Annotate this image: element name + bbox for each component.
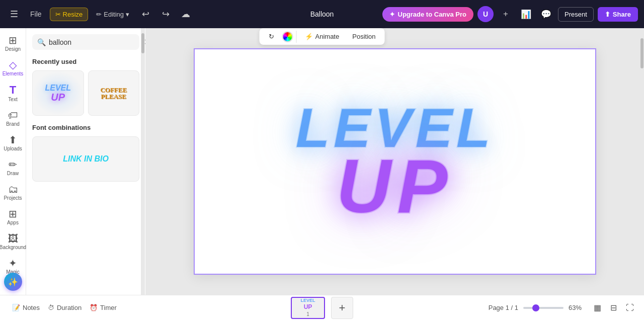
animate-button[interactable]: ⚡ Animate xyxy=(300,30,345,43)
search-panel: 🔍 ✕ Recently used LEVEL UP COFFEE PLEASE… xyxy=(26,28,146,320)
analytics-button[interactable]: 📊 xyxy=(518,6,534,22)
sidebar-label-elements: Elements xyxy=(3,71,24,76)
zoom-value: 63% xyxy=(569,304,587,311)
pencil-icon: ✏ xyxy=(96,11,102,18)
share-icon: ⬆ xyxy=(605,11,610,18)
zoom-slider[interactable] xyxy=(523,307,564,309)
sidebar-item-uploads[interactable]: ⬆ Uploads xyxy=(2,132,24,154)
notes-button[interactable]: 📝 Notes xyxy=(8,301,44,314)
sidebar-label-uploads: Uploads xyxy=(4,146,22,151)
canvas-area: LEVEL UP xyxy=(146,28,644,295)
duration-icon: ⏱ xyxy=(48,304,54,311)
search-icon: 🔍 xyxy=(37,38,46,46)
undo-icon: ↩ xyxy=(142,9,149,20)
vertical-scrollbar-thumb[interactable] xyxy=(640,38,643,68)
page-thumb-text1: LEVEL xyxy=(300,298,315,303)
menu-icon: ☰ xyxy=(10,9,18,20)
page-number: 1 xyxy=(306,311,309,317)
elements-icon: ◇ xyxy=(9,60,17,70)
panel-scrollbar-thumb[interactable] xyxy=(141,33,144,53)
recently-used-title: Recently used xyxy=(32,58,139,65)
sidebar-label-brand: Brand xyxy=(6,121,20,127)
canvas-text-level: LEVEL xyxy=(296,103,495,152)
refresh-button[interactable]: ↻ xyxy=(264,30,279,43)
timer-icon: ⏰ xyxy=(90,304,98,311)
font-thumb-text: LINK IN BIO xyxy=(63,154,109,164)
sparkle-icon: ✦ xyxy=(389,11,395,18)
redo-button[interactable]: ↪ xyxy=(157,6,174,22)
color-wheel[interactable] xyxy=(282,31,293,42)
search-input[interactable] xyxy=(49,38,137,46)
sidebar-label-design: Design xyxy=(5,46,21,52)
thumb1-text1: LEVEL xyxy=(45,84,71,92)
thumb2-text2: PLEASE xyxy=(101,93,126,100)
sidebar-label-draw: Draw xyxy=(7,171,19,176)
avatar[interactable]: U xyxy=(477,6,494,22)
magic-ball-icon: ✨ xyxy=(8,277,18,287)
chevron-down-icon: ▾ xyxy=(126,11,129,18)
search-bar: 🔍 ✕ xyxy=(32,34,139,50)
sidebar-item-draw[interactable]: ✏ Draw xyxy=(2,156,24,179)
sidebar-item-projects[interactable]: 🗂 Projects xyxy=(2,181,24,204)
notes-icon: 📝 xyxy=(12,304,20,311)
document-title: Balloon xyxy=(310,10,334,18)
animate-icon: ⚡ xyxy=(305,33,313,40)
thumb1-text2: UP xyxy=(51,92,65,102)
magic-media-icon: ✦ xyxy=(9,258,17,268)
sidebar-item-text[interactable]: T Text xyxy=(2,82,24,105)
magic-ball-button[interactable]: ✨ xyxy=(4,273,22,291)
sidebar-label-apps: Apps xyxy=(7,220,19,225)
thumbnail-coffee-please[interactable]: COFFEE PLEASE xyxy=(88,70,140,116)
add-collaborator-button[interactable]: + xyxy=(498,6,514,22)
topbar: ☰ File ✂ Resize ✏ Editing ▾ ↩ ↪ ☁ Balloo… xyxy=(0,0,644,28)
topbar-right: ✦ Upgrade to Canva Pro U + 📊 💬 Present ⬆… xyxy=(382,6,638,22)
present-button[interactable]: Present xyxy=(558,7,594,22)
canvas-text-up: UP xyxy=(337,152,453,220)
timer-button[interactable]: ⏰ Timer xyxy=(86,301,121,314)
add-icon: + xyxy=(503,9,508,19)
pages-view-icon: ⊟ xyxy=(610,303,617,312)
menu-button[interactable]: ☰ xyxy=(6,6,22,22)
sidebar-item-design[interactable]: ⊞ Design xyxy=(2,32,24,55)
canvas[interactable]: LEVEL UP xyxy=(194,48,596,275)
bottombar: 📝 Notes ⏱ Duration ⏰ Timer LEVEL UP 1 + … xyxy=(0,295,644,320)
page-navigation: LEVEL UP 1 + xyxy=(291,297,353,319)
add-page-button[interactable]: + xyxy=(331,297,353,319)
page-thumbnail-1[interactable]: LEVEL UP 1 xyxy=(291,297,325,319)
font-combination-thumbnail[interactable]: LINK IN BIO xyxy=(32,136,139,182)
file-button[interactable]: File xyxy=(26,8,46,20)
subtoolbar: ↻ ⚡ Animate Position xyxy=(260,28,385,45)
analytics-icon: 📊 xyxy=(521,9,531,20)
cloud-save-button[interactable]: ☁ xyxy=(178,6,194,22)
recently-used-grid: LEVEL UP COFFEE PLEASE xyxy=(32,70,139,116)
upgrade-button[interactable]: ✦ Upgrade to Canva Pro xyxy=(382,7,474,22)
sidebar-item-elements[interactable]: ◇ Elements xyxy=(2,57,24,79)
refresh-icon: ↻ xyxy=(269,33,274,40)
panel-scrollbar[interactable] xyxy=(141,28,145,295)
comments-button[interactable]: 💬 xyxy=(538,6,554,22)
duration-button[interactable]: ⏱ Duration xyxy=(44,301,86,314)
sidebar-item-brand[interactable]: 🏷 Brand xyxy=(2,107,24,130)
sidebar-item-apps[interactable]: ⊞ Apps xyxy=(2,206,24,228)
draw-icon: ✏ xyxy=(9,159,17,170)
sidebar-label-background: Background xyxy=(0,245,26,250)
view-grid-button[interactable]: ▦ xyxy=(592,301,603,314)
apps-icon: ⊞ xyxy=(9,209,17,219)
sidebar-item-background[interactable]: 🖼 Background xyxy=(2,230,24,253)
vertical-scrollbar[interactable] xyxy=(640,28,644,295)
text-icon: T xyxy=(10,85,16,96)
resize-button[interactable]: ✂ Resize xyxy=(50,8,89,21)
fullscreen-icon: ⛶ xyxy=(626,303,634,312)
share-button[interactable]: ⬆ Share xyxy=(598,7,638,22)
canvas-content: LEVEL UP xyxy=(195,49,595,274)
thumbnail-level-up[interactable]: LEVEL UP xyxy=(32,70,84,116)
sidebar-label-text: Text xyxy=(8,97,17,102)
position-button[interactable]: Position xyxy=(347,30,380,43)
undo-button[interactable]: ↩ xyxy=(137,6,153,22)
editing-button[interactable]: ✏ Editing ▾ xyxy=(92,9,133,20)
view-pages-button[interactable]: ⊟ xyxy=(608,301,619,314)
font-combinations-title: Font combinations xyxy=(32,124,139,131)
fullscreen-button[interactable]: ⛶ xyxy=(624,301,636,314)
divider xyxy=(296,31,297,43)
background-icon: 🖼 xyxy=(8,233,18,244)
